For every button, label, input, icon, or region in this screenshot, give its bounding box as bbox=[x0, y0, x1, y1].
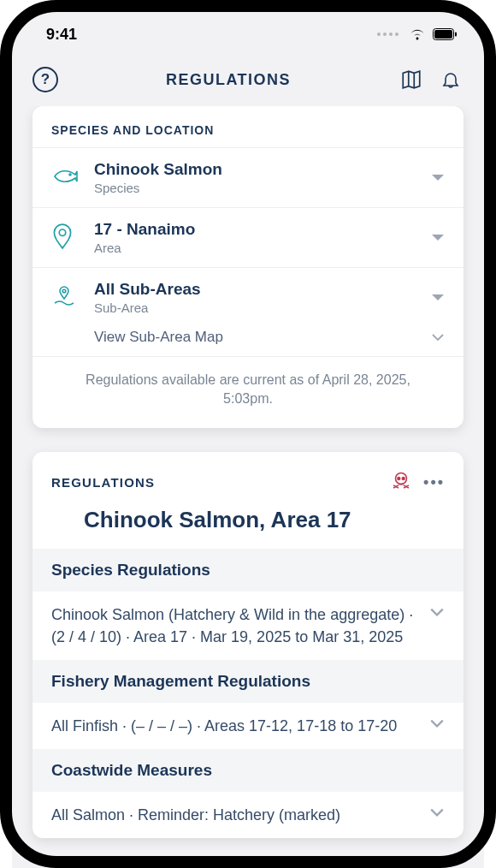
area-selector[interactable]: 17 - Nanaimo Area bbox=[32, 207, 464, 267]
species-selector[interactable]: Chinook Salmon Species bbox=[32, 147, 464, 207]
chevron-down-icon bbox=[431, 294, 445, 302]
section-coastwide: Coastwide Measures bbox=[32, 749, 464, 792]
subarea-value: All Sub-Areas bbox=[94, 280, 431, 299]
subarea-map-label: View Sub-Area Map bbox=[94, 329, 223, 346]
chevron-down-icon bbox=[429, 807, 445, 817]
area-label: Area bbox=[94, 241, 431, 255]
app-header: ? REGULATIONS bbox=[12, 56, 484, 106]
species-regulation-item[interactable]: Chinook Salmon (Hatchery & Wild in the a… bbox=[32, 592, 464, 660]
coastwide-text: All Salmon · Reminder: Hatchery (marked) bbox=[51, 804, 417, 826]
chevron-down-icon bbox=[429, 718, 445, 728]
species-regulation-text: Chinook Salmon (Hatchery & Wild in the a… bbox=[51, 603, 417, 648]
pin-icon bbox=[51, 223, 80, 253]
regulations-title: Chinook Salmon, Area 17 bbox=[32, 503, 464, 549]
currency-disclaimer: Regulations available are current as of … bbox=[32, 356, 464, 428]
help-icon[interactable]: ? bbox=[32, 67, 58, 92]
species-label: Species bbox=[94, 181, 431, 195]
svg-point-3 bbox=[69, 174, 71, 175]
wifi-icon bbox=[409, 28, 426, 41]
section-species-regulations: Species Regulations bbox=[32, 549, 464, 592]
chevron-down-icon bbox=[429, 607, 445, 617]
section-fishery-mgmt: Fishery Management Regulations bbox=[32, 660, 464, 703]
more-icon[interactable]: ••• bbox=[423, 473, 445, 491]
fishery-mgmt-item[interactable]: All Finfish · (– / – / –) · Areas 17-12,… bbox=[32, 703, 464, 749]
bell-icon[interactable] bbox=[438, 67, 464, 92]
status-bar: 9:41 bbox=[12, 12, 484, 56]
chevron-down-icon bbox=[431, 174, 445, 182]
area-value: 17 - Nanaimo bbox=[94, 220, 431, 239]
subarea-icon bbox=[51, 283, 80, 312]
cellular-dots-icon bbox=[377, 33, 399, 36]
species-value: Chinook Salmon bbox=[94, 160, 431, 179]
chevron-down-icon bbox=[431, 333, 445, 342]
regulations-card: REGULATIONS ••• Chinook Salmon, Area bbox=[32, 452, 464, 838]
map-icon[interactable] bbox=[399, 67, 424, 92]
svg-point-7 bbox=[398, 477, 400, 479]
svg-rect-2 bbox=[455, 33, 457, 37]
chevron-down-icon bbox=[431, 234, 445, 242]
status-time: 9:41 bbox=[46, 26, 77, 44]
subarea-label: Sub-Area bbox=[94, 300, 431, 315]
view-subarea-map-link[interactable]: View Sub-Area Map bbox=[32, 320, 464, 356]
svg-point-4 bbox=[59, 229, 65, 235]
page-title: REGULATIONS bbox=[166, 71, 291, 89]
species-location-card: SPECIES AND LOCATION Chinook Salmon Spec… bbox=[32, 106, 464, 428]
fish-icon bbox=[51, 167, 80, 189]
svg-point-5 bbox=[62, 289, 66, 293]
svg-rect-1 bbox=[434, 30, 452, 39]
coastwide-item[interactable]: All Salmon · Reminder: Hatchery (marked) bbox=[32, 792, 464, 838]
fishery-mgmt-text: All Finfish · (– / – / –) · Areas 17-12,… bbox=[51, 715, 417, 737]
subarea-selector[interactable]: All Sub-Areas Sub-Area bbox=[32, 267, 464, 320]
species-location-heading: SPECIES AND LOCATION bbox=[32, 106, 464, 147]
regulations-heading: REGULATIONS bbox=[51, 475, 155, 490]
battery-icon bbox=[433, 28, 457, 40]
svg-point-8 bbox=[402, 477, 404, 479]
hazard-icon[interactable] bbox=[391, 471, 411, 495]
status-indicators bbox=[377, 28, 457, 41]
